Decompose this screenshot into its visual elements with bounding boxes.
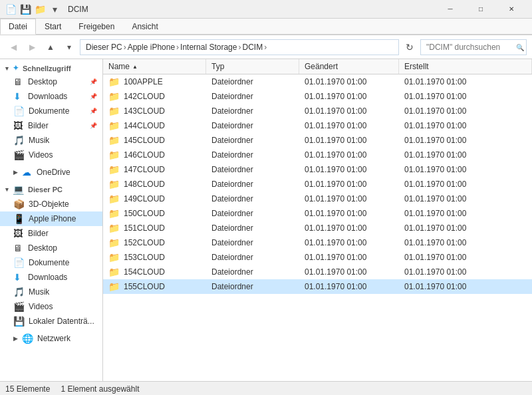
table-row[interactable]: 📁 144CLOUD Dateiordner 01.01.1970 01:00 … <box>103 118 532 133</box>
table-row[interactable]: 📁 152CLOUD Dateiordner 01.01.1970 01:00 … <box>103 235 532 250</box>
sidebar-item-videos-pc[interactable]: 🎬 Videos <box>0 299 102 314</box>
recent-button[interactable]: ▾ <box>61 39 77 55</box>
main-area: ▾ ✦ Schnellzugriff 🖥 Desktop 📌 ⬇ Downloa… <box>0 59 532 381</box>
sidebar-item-onedrive[interactable]: ▶ ☁ OneDrive <box>0 165 102 180</box>
file-cell-type: Dateiordner <box>206 207 299 219</box>
table-row[interactable]: 📁 148CLOUD Dateiordner 01.01.1970 01:00 … <box>103 177 532 192</box>
path-part-3: Internal Storage <box>180 43 237 52</box>
file-cell-created: 01.01.1970 01:00 <box>399 178 532 190</box>
file-cell-changed: 01.01.1970 01:00 <box>299 105 399 117</box>
dropdown-icon[interactable]: ▾ <box>49 4 60 15</box>
close-button[interactable]: ✕ <box>496 0 527 19</box>
videos-pc-icon: 🎬 <box>13 301 25 312</box>
sidebar-item-musik-quick[interactable]: 🎵 Musik <box>0 133 102 148</box>
col-header-name[interactable]: Name ▲ <box>103 59 206 74</box>
file-list: 📁 100APPLE Dateiordner 01.01.1970 01:00 … <box>103 74 532 381</box>
file-cell-type: Dateiordner <box>206 222 299 234</box>
sidebar-item-apple-iphone[interactable]: 📱 Apple iPhone <box>0 211 102 226</box>
ribbon: Datei Start Freigeben Ansicht <box>0 19 532 35</box>
file-cell-created: 01.01.1970 01:00 <box>399 281 532 293</box>
bilder-pc-icon: 🖼 <box>13 228 24 239</box>
dokumente-pc-label: Dokumente <box>29 258 97 267</box>
sidebar-item-downloads-quick[interactable]: ⬇ Downloads 📌 <box>0 89 102 104</box>
sidebar-item-desktop-quick[interactable]: 🖥 Desktop 📌 <box>0 74 102 89</box>
sidebar-dieser-pc-header: ▾ 💻 Dieser PC <box>0 182 102 197</box>
table-row[interactable]: 📁 155CLOUD Dateiordner 01.01.1970 01:00 … <box>103 279 532 294</box>
file-cell-changed: 01.01.1970 01:00 <box>299 237 399 249</box>
table-row[interactable]: 📁 147CLOUD Dateiordner 01.01.1970 01:00 … <box>103 162 532 177</box>
pin-icon-4: 📌 <box>90 122 97 129</box>
file-name: 153CLOUD <box>124 253 165 262</box>
downloads-quick-label: Downloads <box>28 92 84 101</box>
table-row[interactable]: 📁 142CLOUD Dateiordner 01.01.1970 01:00 … <box>103 89 532 104</box>
sidebar-item-3d-objekte[interactable]: 📦 3D-Objekte <box>0 197 102 211</box>
col-header-type[interactable]: Typ <box>206 59 299 74</box>
musik-pc-label: Musik <box>29 287 97 297</box>
dokumente-pc-icon: 📄 <box>13 257 25 268</box>
sidebar-item-dokumente-pc[interactable]: 📄 Dokumente <box>0 255 102 270</box>
minimize-button[interactable]: ─ <box>435 0 466 19</box>
sidebar-item-dokumente-quick[interactable]: 📄 Dokumente 📌 <box>0 104 102 118</box>
col-header-changed[interactable]: Geändert <box>299 59 399 74</box>
sidebar-item-desktop-pc[interactable]: 🖥 Desktop <box>0 241 102 255</box>
schnellzugriff-icon: ✦ <box>13 64 19 72</box>
file-cell-changed: 01.01.1970 01:00 <box>299 266 399 278</box>
lokaler-daten-label: Lokaler Datenträ... <box>29 317 97 326</box>
file-name: 154CLOUD <box>124 267 165 277</box>
tab-datei[interactable]: Datei <box>0 19 36 35</box>
file-name: 149CLOUD <box>124 194 165 203</box>
sidebar-item-musik-pc[interactable]: 🎵 Musik <box>0 285 102 299</box>
table-row[interactable]: 📁 150CLOUD Dateiordner 01.01.1970 01:00 … <box>103 206 532 221</box>
folder-icon: 📁 <box>108 91 120 102</box>
sidebar-item-lokaler-daten[interactable]: 💾 Lokaler Datenträ... <box>0 314 102 329</box>
table-row[interactable]: 📁 146CLOUD Dateiordner 01.01.1970 01:00 … <box>103 148 532 162</box>
sidebar-schnellzugriff-header: ▾ ✦ Schnellzugriff <box>0 62 102 74</box>
table-row[interactable]: 📁 151CLOUD Dateiordner 01.01.1970 01:00 … <box>103 221 532 235</box>
ribbon-tabs: Datei Start Freigeben Ansicht <box>0 19 532 35</box>
up-button[interactable]: ▲ <box>43 39 59 55</box>
musik-quick-icon: 🎵 <box>13 135 25 146</box>
folder-icon: 📁 <box>35 4 45 15</box>
forward-button[interactable]: ▶ <box>24 39 40 55</box>
file-cell-name: 📁 100APPLE <box>103 75 206 88</box>
file-cell-type: Dateiordner <box>206 105 299 117</box>
sidebar-item-bilder-quick[interactable]: 🖼 Bilder 📌 <box>0 118 102 133</box>
tab-start[interactable]: Start <box>36 19 70 34</box>
desktop-pc-icon: 🖥 <box>13 243 24 253</box>
file-cell-changed: 01.01.1970 01:00 <box>299 251 399 263</box>
file-cell-created: 01.01.1970 01:00 <box>399 90 532 102</box>
sidebar-item-videos-quick[interactable]: 🎬 Videos <box>0 148 102 162</box>
maximize-button[interactable]: □ <box>466 0 496 19</box>
path-part-1: Dieser PC <box>86 43 122 52</box>
refresh-button[interactable]: ↻ <box>402 39 418 55</box>
folder-icon: 📁 <box>108 281 120 292</box>
onedrive-label: OneDrive <box>37 168 97 177</box>
table-row[interactable]: 📁 145CLOUD Dateiordner 01.01.1970 01:00 … <box>103 133 532 148</box>
folder-icon: 📁 <box>108 237 120 248</box>
3d-objekte-icon: 📦 <box>13 199 25 209</box>
table-row[interactable]: 📁 149CLOUD Dateiordner 01.01.1970 01:00 … <box>103 192 532 206</box>
back-button[interactable]: ◀ <box>5 39 21 55</box>
file-cell-created: 01.01.1970 01:00 <box>399 149 532 161</box>
window-title: DCIM <box>65 5 435 14</box>
sidebar-item-netzwerk[interactable]: ▶ 🌐 Netzwerk <box>0 331 102 346</box>
search-input[interactable] <box>420 39 527 55</box>
file-cell-created: 01.01.1970 01:00 <box>399 134 532 146</box>
folder-icon: 📁 <box>108 120 120 131</box>
table-row[interactable]: 📁 153CLOUD Dateiordner 01.01.1970 01:00 … <box>103 250 532 265</box>
table-row[interactable]: 📁 100APPLE Dateiordner 01.01.1970 01:00 … <box>103 74 532 89</box>
tab-freigeben[interactable]: Freigeben <box>70 19 123 34</box>
tab-ansicht[interactable]: Ansicht <box>123 19 166 34</box>
table-row[interactable]: 📁 154CLOUD Dateiordner 01.01.1970 01:00 … <box>103 265 532 279</box>
file-cell-name: 📁 154CLOUD <box>103 265 206 279</box>
window-controls: ─ □ ✕ <box>435 0 527 19</box>
col-header-created[interactable]: Erstellt <box>399 59 532 74</box>
file-name: 145CLOUD <box>124 136 165 145</box>
sidebar-item-downloads-pc[interactable]: ⬇ Downloads <box>0 270 102 285</box>
sidebar-item-bilder-pc[interactable]: 🖼 Bilder <box>0 226 102 241</box>
address-path[interactable]: Dieser PC › Apple iPhone › Internal Stor… <box>80 39 399 55</box>
table-row[interactable]: 📁 143CLOUD Dateiordner 01.01.1970 01:00 … <box>103 104 532 118</box>
address-bar: ◀ ▶ ▲ ▾ Dieser PC › Apple iPhone › Inter… <box>0 35 532 59</box>
videos-quick-label: Videos <box>29 150 97 160</box>
file-column-headers: Name ▲ Typ Geändert Erstellt <box>103 59 532 74</box>
